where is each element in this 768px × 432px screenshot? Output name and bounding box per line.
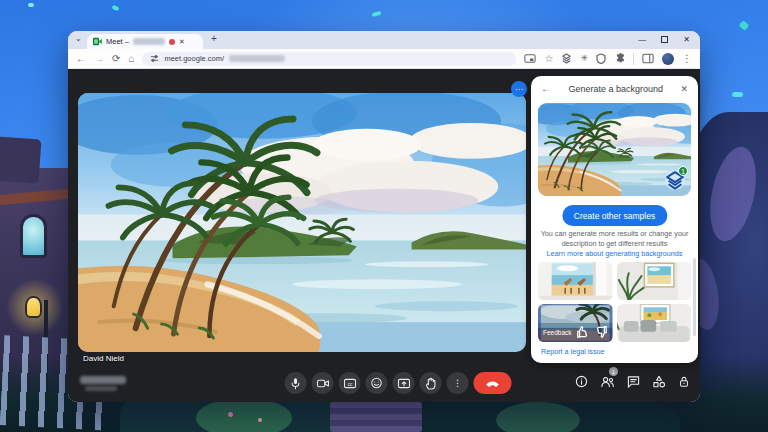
panel-header: ← Generate a background ✕ [531,76,698,102]
end-call-icon [485,379,501,387]
site-settings-tune-icon[interactable] [150,54,159,63]
sample-thumbnail-feedback[interactable]: Feedback [538,304,613,342]
host-controls-button[interactable] [678,374,690,392]
thumbs-up-icon[interactable] [576,325,590,339]
forward-button[interactable]: → [94,54,104,64]
camera-button[interactable] [312,372,334,394]
captions-label: cc [347,380,353,386]
info-icon [575,375,588,388]
more-options-button[interactable]: ⋮ [447,372,469,394]
people-icon [600,375,615,388]
sample-thumbnail-living-room[interactable] [617,304,692,342]
activities-button[interactable] [652,374,666,392]
panel-back-button[interactable]: ← [541,84,551,94]
panel-scrollbar[interactable] [693,258,696,336]
microphone-button[interactable] [285,372,307,394]
panel-title: Generate a background [551,84,680,94]
report-legal-issue-link[interactable]: Report a legal issue [541,347,605,356]
wallpaper-shape [196,398,292,432]
meet-favicon-icon [93,37,102,46]
host-controls-lock-icon [678,375,690,388]
generated-background-preview[interactable]: 1 [538,103,691,196]
hint-line-1: You can generate more results or change … [539,229,690,239]
captions-icon: cc [343,378,356,389]
side-panel-icon[interactable] [642,53,654,64]
sample-thumbnail-beach-chairs[interactable] [538,262,613,300]
present-screen-icon [397,378,410,389]
tab-strip: ⌄ Meet – ✕ + — ✕ [68,31,700,49]
back-button[interactable]: ← [76,54,86,64]
thumbs-down-icon[interactable] [594,325,608,339]
media-controls-icon[interactable] [524,53,536,64]
tab-title: Meet – [106,37,129,46]
wallpaper-shape [496,402,580,432]
desktop-wallpaper: ⌄ Meet – ✕ + — ✕ ← → [0,0,768,432]
browser-toolbar: ← → ⟳ ⌂ meet.google.com/ ☆ [68,49,700,69]
wallpaper-shape [28,3,34,7]
background-layers-button[interactable]: 1 [665,170,685,190]
tab-close-icon[interactable]: ✕ [179,38,185,46]
reload-button[interactable]: ⟳ [112,54,120,64]
meeting-info-icons: 1 [575,374,690,392]
learn-more-link[interactable]: Learn more about generating backgrounds [531,249,698,258]
extensions-puzzle-icon[interactable] [614,53,625,64]
tile-options-dots: ⋯ [515,85,523,94]
reactions-smiley-icon [371,377,383,389]
generation-hint-text: You can generate more results or change … [539,229,690,249]
url-redacted [229,55,285,62]
tab-search-chevron-icon[interactable]: ⌄ [75,34,82,43]
beach-video-art [78,93,526,352]
browser-tab-meet[interactable]: Meet – ✕ [87,34,203,49]
wallpaper-shape [228,412,233,417]
new-tab-button[interactable]: + [211,33,217,44]
raise-hand-icon [425,377,436,390]
feedback-label: Feedback [543,329,572,336]
meet-bottom-bar: cc [68,371,700,399]
recording-indicator-icon [169,39,175,45]
meeting-details-button[interactable] [575,374,588,392]
present-screen-button[interactable] [393,372,415,394]
call-controls: cc [285,372,512,394]
people-count-badge: 1 [609,367,618,376]
bookmark-star-icon[interactable]: ☆ [544,54,553,64]
url-text: meet.google.com/ [164,54,224,63]
close-window-button[interactable]: ✕ [683,35,690,44]
camera-icon [316,378,329,389]
preview-count-badge: 1 [678,166,688,176]
browser-menu-icon[interactable]: ⋮ [682,54,692,64]
chat-button[interactable] [627,374,640,392]
raise-hand-button[interactable] [420,372,442,394]
more-options-dots: ⋮ [453,379,462,388]
address-bar[interactable]: meet.google.com/ [142,52,516,66]
create-other-samples-button[interactable]: Create other samples [562,205,667,226]
tile-options-button[interactable]: ⋯ [511,81,527,97]
wallpaper-lamp [25,296,42,318]
home-button[interactable]: ⌂ [128,54,134,64]
end-call-button[interactable] [474,372,512,394]
wallpaper-window-glow [20,214,47,258]
redacted-clock-meeting-code [80,376,126,384]
sample-thumbnails-grid: Feedback [538,262,691,342]
wallpaper-shape [732,92,743,97]
profile-avatar[interactable] [662,53,674,65]
maximize-button[interactable] [661,36,668,43]
people-button[interactable]: 1 [600,374,615,392]
generate-background-panel: ← Generate a background ✕ 1 Create other… [531,76,698,363]
participant-video-tile[interactable] [78,93,526,352]
extension-asterisk-icon[interactable]: ✳ [580,54,588,63]
feedback-row: Feedback [538,325,613,339]
wallpaper-shape [258,418,262,422]
extension-layers-icon[interactable] [561,53,572,64]
window-controls: — ✕ [638,31,690,47]
wallpaper-steps [330,402,422,432]
sample-thumbnail-framed-art-plant[interactable] [617,262,692,300]
extension-shield-icon[interactable] [596,53,606,64]
wallpaper-shape [112,5,120,11]
browser-window: ⌄ Meet – ✕ + — ✕ ← → [68,31,700,402]
panel-close-button[interactable]: ✕ [680,85,688,94]
minimize-button[interactable]: — [638,35,646,44]
captions-button[interactable]: cc [339,372,361,394]
reactions-button[interactable] [366,372,388,394]
tab-title-redacted [133,38,165,45]
participant-name: David Nield [83,354,124,363]
